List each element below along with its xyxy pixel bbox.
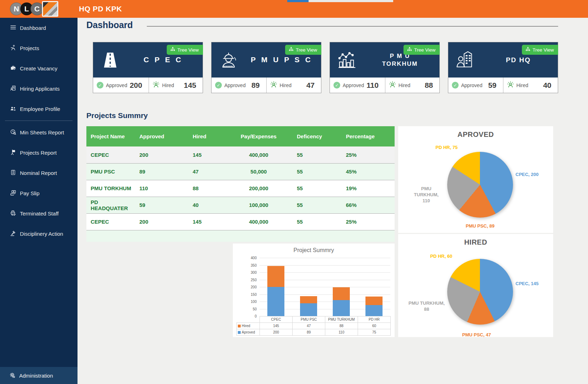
bar-chart-title: Project Summry [233, 244, 395, 254]
tree-view-label: Tree View [414, 47, 435, 53]
top-notch-gray [309, 0, 393, 2]
y-axis-tick-label: 100 [242, 300, 257, 304]
sidebar-item-terminated-staff[interactable]: Terminated Staff [0, 203, 77, 224]
check-circle-icon: ✓ [452, 82, 459, 89]
sidebar-item-min-sheets-report[interactable]: Min Sheets Report [0, 122, 77, 143]
hired-label: Hired [399, 82, 410, 88]
y-axis-tick-label: 350 [242, 263, 257, 267]
bar-table-series-row: Aproved2008911075 [237, 329, 391, 336]
bar-table-category-row: CPECPMU PSCPMU TURKHUMPD HR [237, 316, 391, 323]
tree-view-button[interactable]: Tree View [403, 45, 440, 55]
sidebar-item-administration[interactable]: Administration [0, 367, 77, 384]
table-cell: 100,000 [231, 197, 286, 213]
bar-segment-hired-pmu-turkhum [333, 287, 350, 300]
legend-swatch-icon [238, 325, 241, 327]
series-value-cell: 89 [293, 329, 325, 336]
payslip-icon [10, 190, 16, 197]
table-cell: 55 [286, 180, 332, 197]
series-value-cell: 145 [260, 323, 293, 329]
hired-pie-title: HIRED [398, 234, 553, 246]
gridline [260, 258, 390, 258]
legend-label: Hired [242, 324, 250, 328]
bar-segment-aproved-pmu-turkhum [333, 300, 350, 316]
hired-label: Hired [162, 82, 174, 88]
sidebar-item-disciplinery-action[interactable]: Disciplinery Action [0, 224, 77, 244]
table-cell: PD HEADQUATER [86, 197, 135, 213]
sidebar-item-label: Min Sheets Report [20, 129, 64, 135]
sidebar-item-projects-report[interactable]: Projects Report [0, 143, 77, 163]
summary-cards-row: C P E C Tree View ✓ Approved 200 Hired 1… [93, 42, 558, 93]
table-cell: CEPEC [86, 213, 135, 230]
approved-stat: ✓ Approved 110 [330, 78, 385, 93]
sidebar-divider [5, 121, 73, 121]
y-axis-tick-label: 200 [242, 285, 257, 289]
org-chart-icon [170, 47, 175, 53]
sidebar-item-pay-slip[interactable]: Pay Slip [0, 183, 77, 203]
tree-view-button[interactable]: Tree View [285, 45, 321, 55]
org-chart-icon [289, 47, 294, 53]
hired-label: Hired [280, 82, 292, 88]
tree-view-button[interactable]: Tree View [522, 45, 558, 55]
table-cell: 66% [332, 197, 395, 213]
table-cell: 88 [188, 180, 231, 197]
tree-view-button[interactable]: Tree View [167, 45, 203, 55]
tree-view-label: Tree View [296, 47, 317, 53]
card-title: C P E C [127, 55, 203, 64]
table-cell: PMU TORKHUM [86, 180, 135, 197]
pie-data-label: PMU TURKHUM, 88 [408, 300, 445, 313]
sidebar-item-nominal-report[interactable]: Nominal Report [0, 163, 77, 183]
org-chart-icon [407, 47, 412, 53]
check-circle-icon: ✓ [333, 82, 340, 89]
printer-icon [10, 210, 16, 217]
title-rule [147, 26, 558, 27]
logo-letter-c: C [31, 2, 43, 15]
table-cell: 200,000 [231, 180, 286, 197]
table-cell: 400,000 [231, 213, 286, 230]
sidebar-item-hiring-applicants[interactable]: Hiring Applicants [0, 79, 77, 99]
hired-pie-card: HIRED CPEC, 145PMU PSC, 47PMU TURKHUM, 8… [398, 234, 553, 337]
table-cell: 55 [286, 197, 332, 213]
building-icon [448, 50, 482, 70]
briefcase-icon [10, 65, 16, 72]
app-title: HQ PD KPK [79, 5, 122, 13]
hired-person-icon [153, 81, 160, 90]
gear-icon [9, 372, 16, 379]
table-cell: 89 [135, 163, 188, 180]
table-cell: 40 [188, 197, 231, 213]
approved-value: 59 [488, 81, 496, 90]
approved-label: Approved [224, 82, 246, 88]
road-icon [93, 50, 127, 70]
hired-value: 145 [184, 81, 196, 90]
sidebar-item-label: Dashboard [20, 25, 46, 31]
gavel-icon [10, 230, 16, 238]
sidebar-item-employee-profile[interactable]: Employee Profile [0, 99, 77, 119]
pie-data-label: PD HR, 60 [430, 254, 452, 259]
table-footer-strip [86, 230, 395, 242]
y-axis-tick-label: 400 [242, 256, 257, 260]
hired-person-icon [270, 81, 277, 90]
projects-summary-heading: Projects Summry [86, 111, 148, 120]
applicant-icon [10, 85, 16, 92]
table-cell: 25% [332, 213, 395, 230]
sidebar-item-projects[interactable]: Projects [0, 38, 77, 58]
flag-icon [10, 149, 16, 156]
table-row: PMU PSC894750,0005545% [86, 163, 395, 180]
pie-data-label: CPEC, 145 [515, 281, 539, 286]
page-title-row: Dashboard [86, 20, 588, 32]
card-stats: ✓ Approved 110 Hired 88 [330, 78, 439, 93]
approved-value: 110 [367, 81, 379, 90]
bar-segment-hired-pmu-psc [300, 296, 317, 303]
people-icon [10, 105, 16, 113]
sidebar-item-dashboard[interactable]: Dashboard [0, 18, 77, 38]
series-value-cell: 75 [358, 329, 391, 336]
column-header-project-name: Project Name [86, 126, 135, 146]
table-row: CEPEC200145400,0005525% [86, 146, 395, 163]
card-title: P M U P S C [246, 55, 321, 64]
sidebar-item-create-vacancy[interactable]: Create Vacancy [0, 58, 77, 79]
approved-pie-chart [447, 152, 513, 218]
column-header-percentage: Percentage [332, 126, 395, 146]
bar-segment-hired-pd-hr [365, 297, 383, 305]
sidebar-item-label: Hiring Applicants [20, 86, 60, 92]
approved-label: Approved [106, 82, 127, 88]
worker-icon [212, 50, 246, 70]
